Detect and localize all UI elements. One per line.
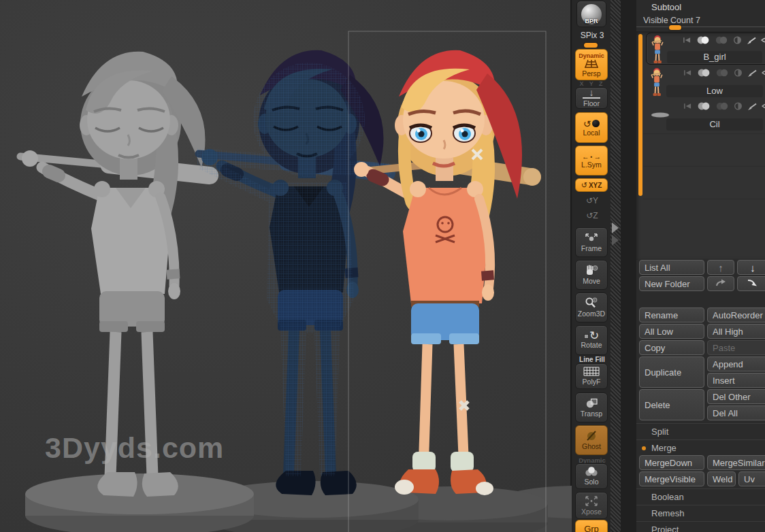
subtool-scrollbar[interactable]: [638, 34, 642, 196]
move-down-button[interactable]: ↓: [737, 260, 765, 275]
frame-button[interactable]: Frame: [575, 227, 608, 257]
all-high-button[interactable]: All High: [707, 324, 765, 339]
rotate-y-label: Y: [593, 196, 598, 205]
duplicate-button[interactable]: Duplicate: [639, 356, 704, 388]
drag-arrow-icon[interactable]: [683, 103, 692, 110]
viewport-canvas[interactable]: 3Dyyds.com: [0, 0, 572, 532]
model-clay-girl[interactable]: [20, 52, 210, 497]
subtool-list: B_girl Low: [636, 31, 765, 260]
remesh-section-header[interactable]: Remesh: [636, 505, 765, 520]
xyz-button[interactable]: ↺ XYZ: [575, 178, 608, 192]
subtool-item-low[interactable]: Low: [646, 66, 765, 98]
model-painted-girl[interactable]: [354, 50, 541, 495]
drag-arrow-icon[interactable]: [683, 37, 691, 44]
visible-count-handle[interactable]: [669, 25, 681, 30]
copy-button[interactable]: Copy: [639, 340, 704, 355]
delete-button[interactable]: Delete: [639, 389, 704, 420]
local-button[interactable]: ↺ Local: [575, 112, 608, 143]
subtool-panel: Subtool Visible Count 7 B_girl: [636, 0, 765, 532]
move-hand-icon: [585, 265, 598, 277]
partial-visibility-icon[interactable]: [733, 36, 742, 44]
move-out-of-folder-button[interactable]: [737, 276, 765, 291]
rename-button[interactable]: Rename: [639, 307, 704, 322]
pedestal-left: [25, 473, 254, 532]
split-label: Split: [651, 427, 668, 437]
visibility-eye-icon[interactable]: [762, 103, 765, 110]
merge-down-button[interactable]: MergeDown: [639, 455, 704, 470]
ghost-button[interactable]: Ghost: [575, 425, 608, 455]
bpr-button[interactable]: BPR: [576, 1, 606, 27]
autoreorder-button[interactable]: AutoReorder: [707, 307, 765, 322]
polypaint-icon[interactable]: [697, 69, 711, 77]
new-folder-button[interactable]: New Folder: [639, 276, 704, 291]
xyz-label: XYZ: [589, 182, 602, 189]
transparency-icon: [585, 398, 598, 410]
zoom3d-button[interactable]: Zoom3D: [575, 293, 608, 322]
weld-button[interactable]: Weld: [707, 471, 736, 486]
edit-brush-icon[interactable]: [747, 36, 756, 44]
visible-count-label: Visible Count 7: [643, 16, 700, 25]
spix-label: SPix 3: [573, 31, 611, 40]
partial-visibility-icon[interactable]: [734, 102, 743, 110]
solo-button[interactable]: Solo: [575, 463, 608, 489]
edit-brush-icon[interactable]: [747, 102, 757, 110]
grp-button[interactable]: Grp: [575, 520, 608, 532]
subtool-item-cil[interactable]: Cil: [646, 99, 765, 131]
rotate-y-button[interactable]: ↺Y: [573, 196, 611, 205]
partial-visibility-icon[interactable]: [734, 69, 743, 77]
merge-visible-button[interactable]: MergeVisible: [639, 471, 704, 486]
uv-button[interactable]: Uv: [738, 471, 765, 486]
subtool-item-bgirl[interactable]: B_girl: [646, 33, 765, 65]
move-into-folder-button[interactable]: [707, 276, 734, 291]
persp-button[interactable]: Dynamic Persp: [575, 49, 608, 80]
rotate-button[interactable]: ↻ Rotate: [575, 325, 608, 355]
morph-icon[interactable]: [715, 102, 729, 110]
copy-label: Copy: [645, 343, 665, 353]
transp-button[interactable]: Transp: [575, 393, 608, 422]
spix-slider[interactable]: [584, 43, 598, 48]
list-separator: [643, 199, 765, 199]
floor-button[interactable]: ↓ Floor: [575, 87, 608, 109]
merge-label: Merge: [651, 443, 677, 453]
drag-arrow-icon[interactable]: [683, 69, 692, 76]
rotate-z-button[interactable]: ↺Z: [573, 211, 611, 220]
uv-label: Uv: [744, 474, 755, 484]
boolean-section-header[interactable]: Boolean: [636, 488, 765, 504]
zoom3d-label: Zoom3D: [578, 310, 605, 318]
dynamic-persp-label: Dynamic: [579, 52, 604, 59]
transp-label: Transp: [581, 410, 602, 418]
del-other-label: Del Other: [713, 392, 751, 402]
polypaint-icon[interactable]: [697, 102, 711, 110]
project-section-header[interactable]: Project: [636, 521, 765, 532]
move-button[interactable]: Move: [575, 260, 608, 290]
morph-icon[interactable]: [715, 69, 729, 77]
edit-brush-icon[interactable]: [747, 69, 757, 77]
move-up-button[interactable]: ↑: [707, 260, 734, 275]
del-other-button[interactable]: Del Other: [707, 389, 765, 404]
local-pivot-icon: ↺: [583, 119, 600, 129]
xpose-button[interactable]: Xpose: [575, 492, 608, 519]
visibility-eye-icon[interactable]: [761, 37, 765, 44]
subtool-item-name: Cil: [666, 118, 763, 131]
morph-icon[interactable]: [715, 36, 728, 44]
merge-section-header[interactable]: Merge: [636, 439, 765, 455]
all-low-label: All Low: [645, 327, 673, 337]
paste-button[interactable]: Paste: [707, 340, 765, 355]
symmetry-arrows-icon: ←▪→: [582, 152, 601, 161]
floor-arrow-icon: ↓: [589, 89, 594, 97]
polypaint-icon[interactable]: [696, 36, 710, 44]
list-all-button[interactable]: List All: [639, 260, 704, 275]
all-low-button[interactable]: All Low: [639, 324, 704, 339]
append-button[interactable]: Append: [707, 356, 765, 371]
split-section-header[interactable]: Split: [636, 423, 765, 439]
divider-collapse-icon[interactable]: [612, 222, 619, 233]
visible-count-slider[interactable]: Visible Count 7: [636, 14, 765, 27]
del-all-button[interactable]: Del All: [707, 405, 765, 420]
merge-similar-label: MergeSimilar: [713, 458, 765, 468]
panel-divider[interactable]: [611, 0, 621, 532]
insert-button[interactable]: Insert: [707, 373, 765, 388]
visibility-eye-icon[interactable]: [762, 69, 765, 76]
polyf-button[interactable]: PolyF: [575, 363, 608, 389]
lsym-button[interactable]: ←▪→ L.Sym: [575, 146, 608, 176]
merge-similar-button[interactable]: MergeSimilar: [707, 455, 765, 470]
